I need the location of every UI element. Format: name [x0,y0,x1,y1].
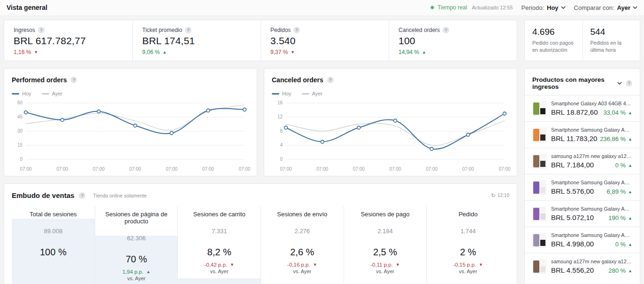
svg-text:4: 4 [280,142,283,148]
delta-value: -0,11 p.p. [370,262,393,268]
funnel-vs-label: vs. Ayer [95,276,178,281]
delta-value: 1,16 % [14,49,31,55]
svg-text:07:00: 07:00 [498,166,510,172]
help-icon[interactable]: ? [626,80,632,87]
kpi-label: Canceled orders [399,27,440,33]
product-thumbnail [532,259,546,274]
chart-legend: Hoy Ayer [12,91,249,96]
kpi-delta: 14,94 % ▲ [399,49,507,55]
product-price: BRL 18.872,60 [551,108,598,116]
main-column: Ingresos ? BRL 617.782,77 1,16 % ▼ Ticke… [4,20,517,284]
svg-text:15: 15 [17,142,23,148]
help-icon[interactable]: ? [70,77,77,83]
funnel-vs-label: vs. Ayer [427,268,509,274]
svg-text:60: 60 [17,100,23,105]
help-icon[interactable]: ? [443,27,449,33]
funnel-column-percent: 2,6 % [261,247,344,258]
svg-text:0: 0 [280,157,283,162]
svg-text:07:00: 07:00 [202,166,214,172]
legend-item-hoy[interactable]: Hoy [12,91,31,96]
delta-value: 1,94 p.p. [123,269,144,275]
funnel-column: Total de sesiones 89.008 100 % [12,206,95,284]
legend-item-ayer[interactable]: Ayer [302,91,322,96]
funnel-column-title: Sesiones de página de producto [95,206,178,225]
product-list-item[interactable]: Smartphone Samsung Galaxy A22 128GB BRL … [525,174,640,200]
compare-dropdown[interactable]: Ayer [617,4,637,11]
products-title: Productos con mayores ingresos [532,76,613,90]
legend-item-hoy[interactable]: Hoy [272,91,291,96]
chart-title: Performed orders [12,76,67,84]
funnel-column-percent: 100 % [12,247,95,258]
help-icon[interactable]: ? [327,77,334,83]
product-list-item[interactable]: Smartphone Samsung Galaxy A32 128GB BRL … [525,121,640,148]
product-percent: 190 % ▲ [608,214,632,221]
help-icon[interactable]: ? [79,192,85,199]
product-percent: 6,89 % ▲ [607,188,632,195]
svg-text:30: 30 [17,128,23,134]
funnel-column-delta: 1,94 p.p. ▲ [95,269,178,275]
kpi-card-row: Ingresos ? BRL 617.782,77 1,16 % ▼ Ticke… [4,20,517,61]
help-icon[interactable]: ? [185,27,192,33]
delta-arrow-icon: ▼ [34,50,38,55]
chevron-down-icon [561,6,566,9]
delta-arrow-icon: ▲ [628,268,632,273]
delta-value: -0,42 p.p. [204,262,227,268]
kpi-label: Ticket promedio [142,27,182,33]
funnel-subtitle: Tienda online solamente [93,193,146,198]
kpi-delta: 1,16 % ▼ [14,49,123,55]
side-kpi-label: Pedidos en la última hora [590,39,635,54]
delta-arrow-icon: ▼ [313,262,317,267]
funnel-column: Sesiones de envío 2.276 2,6 % -0,16 p.p.… [261,206,344,284]
refresh-button[interactable]: ↻ 12:10 [491,192,509,199]
kpi-card: Canceled orders ? 100 14,94 % ▲ [389,20,517,62]
funnel-column-percent: 8,2 % [178,247,261,258]
funnel-column-title: Sesiones de carrito [178,206,261,218]
help-icon[interactable]: ? [293,27,300,33]
svg-text:07:00: 07:00 [20,166,31,172]
svg-text:07:00: 07:00 [166,166,177,172]
delta-arrow-icon: ▲ [422,50,426,55]
product-price: BRL 5.072,10 [551,213,594,221]
product-price: BRL 4.998,00 [551,240,594,248]
delta-arrow-icon: ▼ [479,262,483,267]
product-list-item[interactable]: samsung a127m new galaxy a12 64gb preto … [525,253,640,279]
product-list-item[interactable]: Smartphone Samsung Galaxy A32 128GB BRL … [525,200,640,227]
product-list-item[interactable]: Smartphone Galaxy A03 64GB 4G Wi-Fi BRL … [525,95,640,121]
canceled-orders-chart[interactable]: 048121607:0007:0007:0007:0007:0007:0007:… [272,99,509,174]
funnel-column-percent: 2,5 % [344,247,427,258]
product-name: samsung a127m new galaxy a12 64gb preto [551,153,632,159]
product-list-item[interactable]: Smartphone Samsung Galaxy A72. Câmera Qu… [525,227,640,253]
product-list-item[interactable]: samsung a127m new galaxy a12 64gb preto … [525,148,640,174]
product-percent: 33,04 % ▲ [603,109,632,116]
funnel-column-title: Total de sesiones [12,206,95,218]
chevron-down-icon [633,6,637,9]
kpi-value: BRL 174,51 [142,35,251,47]
kpi-card: Ingresos ? BRL 617.782,77 1,16 % ▼ [4,20,132,62]
funnel-column: Sesiones de carrito 7.331 8,2 % -0,42 p.… [177,206,261,284]
product-price: BRL 4.556,20 [551,266,594,274]
side-kpi-label: Pedido con pagos en autorización [532,39,577,54]
funnel-column-count: 62.306 [95,235,178,242]
delta-arrow-icon: ▲ [162,50,167,55]
delta-arrow-icon: ▲ [628,163,632,168]
percent-value: 190 % [608,214,626,221]
performed-orders-chart[interactable]: 01530456007:0007:0007:0007:0007:0007:000… [12,99,249,174]
product-name: Smartphone Samsung Galaxy A32 128GB [551,127,632,133]
svg-text:07:00: 07:00 [389,166,401,172]
top-bar-controls: Tiempo real Actualizado 12:55 Periodo: H… [430,4,637,11]
delta-arrow-icon: ▼ [230,262,234,267]
chevron-down-icon[interactable] [617,82,622,85]
top-products-card: Productos con mayores ingresos ? Smartph… [524,68,640,284]
funnel-column-percent: 2 % [427,247,509,258]
product-thumbnail [532,101,546,116]
funnel-column-count: 2.276 [261,228,344,235]
performed-orders-card: Performed orders ? Hoy Ayer 01530456007:… [4,68,257,176]
period-dropdown[interactable]: Hoy [547,4,566,11]
help-icon[interactable]: ? [38,27,45,33]
product-thumbnail [532,127,546,142]
funnel-column: Pedido 1.744 2 % -0,15 p.p. ▼ vs. Ayer [426,206,509,284]
legend-item-ayer[interactable]: Ayer [42,91,62,96]
product-percent: 0 % ▲ [615,241,632,248]
delta-value: -0,16 p.p. [287,262,310,268]
side-column: 4.696 Pedido con pagos en autorización 5… [524,20,640,284]
